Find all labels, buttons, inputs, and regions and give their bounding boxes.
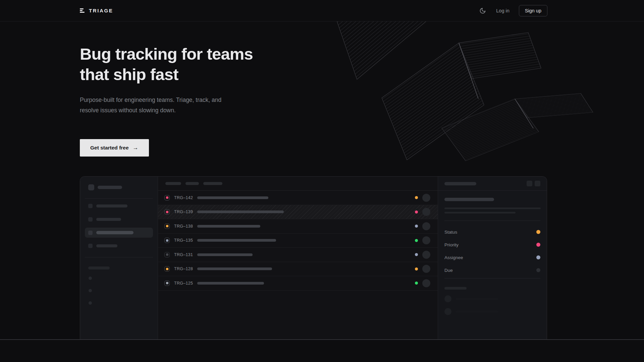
issue-title-placeholder	[197, 239, 276, 242]
brand-name: TRIAGE	[89, 8, 113, 13]
top-nav: TRIAGE Log in Sign up	[0, 0, 644, 21]
app-mockup: TRG–142 TRG–139 TRG–138 TRG–135 TRG–131 …	[80, 176, 547, 339]
issue-row: TRG–138	[158, 219, 438, 234]
issue-id: TRG–139	[174, 209, 194, 214]
comment-text-placeholder	[455, 311, 498, 313]
mockup-issue-list-panel: TRG–142 TRG–139 TRG–138 TRG–135 TRG–131 …	[158, 177, 438, 339]
toolbar-tab-placeholder	[185, 182, 199, 185]
issue-title-placeholder	[197, 282, 264, 285]
issue-priority-icon	[164, 252, 170, 257]
assignee-avatar	[422, 279, 430, 287]
comment-avatar	[444, 295, 451, 302]
issue-priority-icon	[164, 209, 170, 215]
issue-id: TRG–125	[174, 281, 194, 286]
comment-text-placeholder	[455, 298, 498, 300]
nav-actions: Log in Sign up	[479, 5, 547, 16]
footer	[0, 339, 644, 362]
issue-status-dot	[415, 196, 418, 199]
toolbar-tab-placeholder	[165, 182, 181, 185]
divider	[85, 257, 153, 257]
issue-title-placeholder	[444, 198, 494, 201]
issue-title-placeholder	[197, 267, 272, 270]
field-label: Priority	[444, 242, 459, 247]
issue-row: TRG–125	[158, 276, 438, 291]
sidebar-dot-placeholder	[89, 301, 92, 305]
brand-logo[interactable]: TRIAGE	[80, 8, 113, 13]
workspace-name-placeholder	[98, 186, 122, 189]
workspace-icon-placeholder	[88, 184, 94, 190]
issue-priority-icon	[164, 195, 170, 200]
issue-row: TRG–135	[158, 234, 438, 248]
hero-title: Bug tracking for teams that ship fast	[80, 44, 644, 85]
sidebar-item	[80, 244, 158, 248]
issue-priority-icon	[164, 238, 170, 243]
divider	[444, 221, 540, 221]
field-value-dot	[536, 243, 540, 247]
hero-title-line1: Bug tracking for teams	[80, 44, 644, 64]
detail-title-placeholder	[444, 182, 476, 185]
mockup-detail-panel: Status Priority Assignee Due	[438, 177, 547, 339]
issue-id: TRG–131	[174, 252, 194, 257]
mockup-sidebar	[80, 177, 158, 339]
assignee-avatar	[422, 222, 430, 230]
field-label: Status	[444, 230, 457, 235]
theme-toggle-button[interactable]	[479, 7, 487, 15]
issue-priority-icon	[164, 266, 170, 272]
issue-status-dot	[415, 267, 418, 270]
detail-panel-body: Status Priority Assignee Due	[438, 198, 547, 315]
detail-panel-header	[438, 177, 547, 191]
mockup-sidebar-header	[80, 177, 158, 190]
issue-field-row: Status	[444, 226, 540, 238]
login-link[interactable]: Log in	[496, 8, 509, 13]
issue-row: TRG–131	[158, 248, 438, 262]
comments-label-placeholder	[444, 287, 467, 290]
issue-field-row: Due	[444, 264, 540, 277]
issue-id: TRG–128	[174, 266, 194, 271]
issue-row: TRG–128	[158, 262, 438, 277]
detail-header-buttons	[527, 181, 540, 186]
assignee-avatar	[422, 194, 430, 202]
sidebar-dots	[80, 277, 158, 305]
hero-subtitle: Purpose-built for engineering teams. Tri…	[80, 95, 644, 116]
issue-list-toolbar	[158, 177, 438, 191]
issue-title-placeholder	[197, 196, 268, 199]
issue-row: TRG–139	[158, 205, 438, 220]
get-started-button[interactable]: Get started free →	[80, 139, 149, 157]
hero-title-line2: that ship fast	[80, 64, 644, 85]
issue-list: TRG–142 TRG–139 TRG–138 TRG–135 TRG–131 …	[158, 191, 438, 291]
assignee-avatar	[422, 208, 430, 216]
comments-list	[444, 295, 540, 315]
issue-status-dot	[415, 225, 418, 228]
divider	[444, 278, 540, 279]
issue-status-dot	[415, 253, 418, 256]
moon-icon	[479, 7, 486, 14]
description-line-placeholder	[444, 207, 541, 209]
assignee-avatar	[422, 265, 430, 273]
issue-priority-icon	[164, 281, 170, 286]
issue-title-placeholder	[197, 225, 260, 228]
hero-section: Bug tracking for teams that ship fast Pu…	[0, 21, 644, 157]
field-label: Assignee	[444, 255, 463, 260]
mockup-sidebar-nav	[80, 199, 158, 248]
issue-title-placeholder	[197, 210, 284, 213]
issue-fields: Status Priority Assignee Due	[444, 226, 540, 277]
field-value-dot	[536, 268, 540, 272]
toolbar-tab-placeholder	[203, 182, 222, 185]
field-value-dot	[536, 230, 540, 234]
issue-field-row: Priority	[444, 238, 540, 251]
issue-id: TRG–138	[174, 224, 194, 229]
field-value-dot	[536, 255, 540, 259]
assignee-avatar	[422, 251, 430, 259]
sidebar-item-active	[85, 228, 153, 238]
description-line-placeholder	[444, 212, 516, 214]
sidebar-section-label-placeholder	[88, 266, 110, 269]
sidebar-dot-placeholder	[89, 289, 92, 292]
comment-row	[444, 295, 540, 302]
sidebar-dot-placeholder	[89, 277, 92, 280]
comment-avatar	[444, 308, 451, 315]
issue-status-dot	[415, 282, 418, 285]
issue-status-dot	[415, 239, 418, 242]
issue-id: TRG–135	[174, 238, 194, 243]
comment-row	[444, 308, 540, 315]
signup-button[interactable]: Sign up	[519, 5, 547, 16]
